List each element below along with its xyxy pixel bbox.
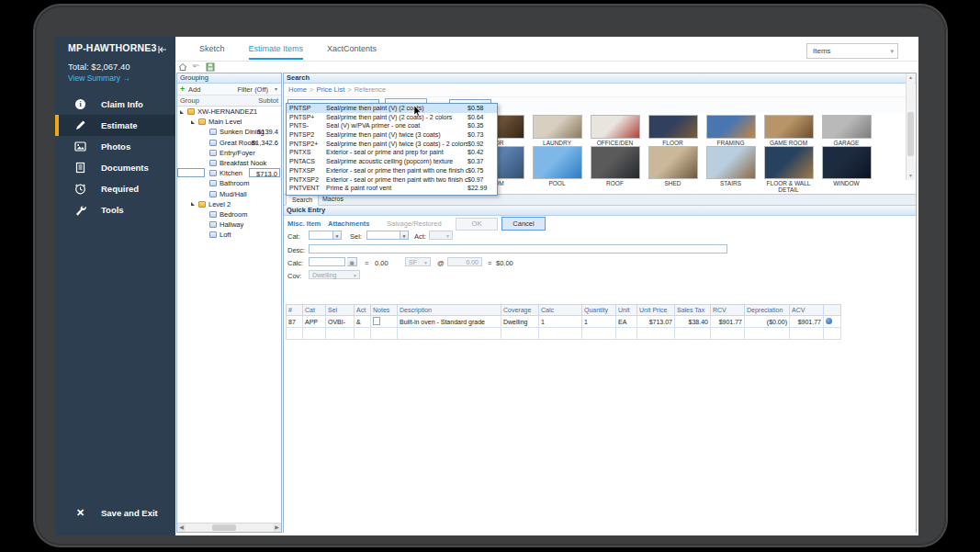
category-office-den[interactable]: OFFICE/DEN [586, 115, 644, 146]
sidebar-item-estimate[interactable]: Estimate [55, 115, 175, 136]
category-window[interactable]: WINDOW [817, 146, 875, 193]
collapse-sidebar-icon[interactable] [157, 42, 168, 53]
scroll-down-icon[interactable]: ▼ [907, 172, 915, 180]
scroll-left-icon[interactable]: ◀ [177, 524, 186, 532]
cancel-button[interactable]: Cancel [501, 217, 546, 231]
sidebar-item-documents[interactable]: Documents [55, 157, 175, 178]
view-summary-link[interactable]: View Summary → [68, 73, 130, 83]
result-row-pntsp2[interactable]: PNTSP2+Seal/prime then paint (V) twice (… [287, 140, 497, 149]
category-stairs[interactable]: STAIRS [702, 146, 760, 193]
breadcrumb-price-list[interactable]: Price List [316, 85, 344, 94]
misc-item-link[interactable]: Misc. Item [287, 220, 321, 228]
scrollbar-thumb[interactable] [907, 112, 914, 156]
tab-xactcontents[interactable]: XactContents [327, 44, 377, 58]
breadcrumb-home[interactable]: Home [288, 85, 307, 94]
expander-icon[interactable] [180, 110, 184, 114]
expander-icon[interactable] [191, 202, 195, 206]
category-garage[interactable]: GARAGE [817, 115, 875, 146]
sidebar-item-tools[interactable]: Tools [55, 199, 175, 220]
tree-item-sunken-dining[interactable]: Sunken Dining$139.4 [177, 127, 281, 137]
save-icon[interactable] [205, 62, 215, 73]
sel-input[interactable] [366, 231, 400, 240]
table-row-empty[interactable] [287, 328, 841, 340]
room-icon [209, 231, 217, 238]
sel-dropdown-icon[interactable]: ▼ [400, 231, 409, 240]
result-row-pntacs[interactable]: PNTACSSeal/prime acoustic ceiling (popco… [287, 157, 497, 166]
category-game-room[interactable]: GAME ROOM [760, 115, 817, 146]
grouping-filter-dropdown[interactable]: Filter (Off) [237, 85, 268, 94]
category-floor-wall-detail[interactable]: FLOOR & WALL DETAIL [760, 146, 817, 193]
coverage-select[interactable]: Dwelling▼ [309, 270, 360, 279]
tab-sketch[interactable]: Sketch [199, 44, 225, 58]
tree-item-mud-hall[interactable]: Mud/Hall [177, 189, 281, 199]
tree-item-xw-hernandez1[interactable]: XW-HERNANDEZ1 [177, 107, 281, 117]
vertical-scrollbar[interactable]: ▲ ▼ [906, 73, 915, 180]
result-row-pntxsp[interactable]: PNTXSPExterior - seal or prime then pain… [287, 166, 497, 175]
inline-edit-box[interactable]: $713.0 [249, 168, 280, 177]
item-flag-icon[interactable] [826, 318, 832, 324]
table-row[interactable]: 87APPOVBI-&Built-in oven - Standard grad… [287, 316, 841, 328]
add-group-button[interactable]: Add [188, 85, 200, 94]
tab-estimate-items[interactable]: Estimate Items [249, 44, 304, 60]
desc-input[interactable] [309, 244, 727, 253]
items-dropdown[interactable]: Items ▾ [806, 43, 898, 59]
tree-item-bedroom[interactable]: Bedroom [177, 209, 281, 220]
calculator-icon[interactable]: ▦ [347, 257, 357, 266]
result-price: $0.42 [467, 148, 497, 157]
tree-item-entry-foyer[interactable]: Entry/Foyer [177, 148, 281, 158]
scroll-up-icon[interactable]: ▲ [907, 73, 915, 82]
column-header-: # [287, 305, 303, 316]
result-row-pntsp[interactable]: PNTSPSeal/prime then paint (V) (2 coats)… [287, 104, 497, 113]
inline-edit-box[interactable] [177, 168, 205, 177]
items-dropdown-value: Items [813, 47, 831, 55]
result-code: PNTXS [287, 148, 326, 157]
sidebar-item-label: Documents [101, 163, 149, 173]
attachments-link[interactable]: Attachments [328, 220, 369, 228]
expander-icon[interactable] [191, 120, 195, 124]
result-row-pnts[interactable]: PNTS-Seal (V) w/PVA primer - one coat$0.… [287, 121, 497, 130]
calc-input[interactable] [309, 257, 345, 266]
breadcrumb-separator: > [310, 85, 313, 94]
mouse-cursor-icon [413, 106, 422, 117]
tree-item-loft[interactable]: Loft [177, 230, 281, 240]
result-row-pntvent[interactable]: PNTVENTPrime & paint roof vent$22.99 [287, 184, 497, 193]
result-row-pntxsp2[interactable]: PNTXSP2Exterior - seal or prime then pai… [287, 175, 497, 185]
save-and-exit-button[interactable]: ✕ Save and Exit [55, 504, 175, 523]
tree-item-level-2[interactable]: Level 2 [177, 199, 281, 209]
horizontal-scrollbar[interactable]: ◀ ▶ [177, 523, 281, 532]
tree-item-breakfast-nook[interactable]: Breakfast Nook [177, 158, 281, 168]
undo-icon[interactable] [191, 62, 201, 73]
sidebar-item-required[interactable]: Required [55, 178, 175, 199]
category-pool[interactable]: POOL [528, 146, 586, 193]
result-row-pntsp2[interactable]: PNTSP2Seal/prime then paint (V) twice (3… [287, 130, 497, 140]
search-results-dropdown: PNTSPSeal/prime then paint (V) (2 coats)… [286, 103, 498, 196]
home-icon[interactable] [177, 62, 187, 73]
result-description: Seal/prime then paint (V) twice (3 coats… [326, 130, 467, 140]
category-shed[interactable]: SHED [644, 146, 702, 193]
result-row-pntxs[interactable]: PNTXSExterior - seal or prime and prep f… [287, 148, 497, 157]
tree-item-hallway[interactable]: Hallway [177, 220, 281, 230]
tree-item-kitchen[interactable]: Kitchen$713.0 [177, 168, 281, 178]
category-laundry[interactable]: LAUNDRY [528, 115, 586, 146]
cat-dropdown-icon[interactable]: ▼ [333, 231, 342, 240]
scroll-right-icon[interactable]: ▶ [273, 524, 281, 532]
category-floor[interactable]: FLOOR [644, 115, 702, 146]
cov-label: Cov: [287, 272, 301, 280]
sidebar-item-label: Tools [101, 205, 124, 215]
result-row-pntsp[interactable]: PNTSP+Seal/prime then paint (V) (2 coats… [287, 113, 497, 122]
category-framing[interactable]: FRAMING [702, 115, 760, 146]
tree-item-main-level[interactable]: Main Level [177, 117, 281, 127]
breadcrumb-reference: Reference [355, 85, 387, 94]
scrollbar-thumb[interactable] [212, 524, 236, 531]
cat-input[interactable] [309, 231, 333, 240]
tree-item-bathroom[interactable]: Bathroom [177, 178, 281, 188]
sidebar-item-claim-info[interactable]: iClaim Info [55, 94, 175, 115]
active-indicator-bar [55, 136, 59, 157]
note-icon[interactable] [373, 317, 380, 325]
category-roof[interactable]: ROOF [586, 146, 644, 193]
sidebar-item-photos[interactable]: Photos [55, 136, 175, 157]
ok-button[interactable]: OK [456, 218, 498, 231]
pane-tab-macros[interactable]: Macros [317, 195, 349, 204]
calc-result-value: 0.00 [375, 259, 389, 267]
tree-item-great-room[interactable]: Great Room$1,342.6 [177, 138, 281, 148]
